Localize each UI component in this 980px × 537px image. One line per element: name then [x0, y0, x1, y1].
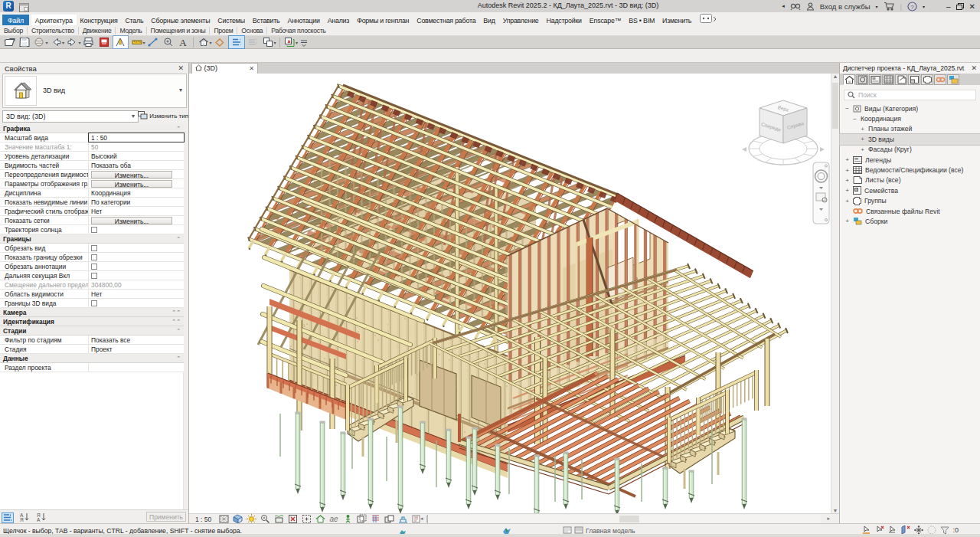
svg-text:А: А [37, 517, 41, 522]
svg-text:A: A [180, 37, 188, 48]
svg-text:Я: Я [20, 517, 24, 522]
svg-text:?: ? [910, 3, 914, 10]
svg-text:ae: ae [329, 515, 338, 523]
